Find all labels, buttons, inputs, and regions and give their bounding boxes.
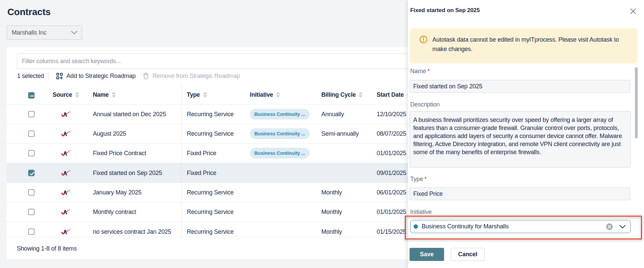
description-textarea[interactable]: A business firewall prioritizes security… <box>410 111 631 168</box>
row-checkbox[interactable] <box>28 131 35 137</box>
contract-detail-drawer: Fixed started on Sep 2025 Autotask data … <box>408 0 644 268</box>
autotask-logo-icon <box>61 150 70 156</box>
cell-billing-cycle: Annually <box>321 110 344 118</box>
cell-type: Recurring Service <box>187 130 234 137</box>
cell-start-date: 06/01/2025 <box>377 189 406 196</box>
cell-type: Recurring Service <box>187 110 234 118</box>
cancel-button[interactable]: Cancel <box>451 248 485 261</box>
chevron-down-icon <box>71 31 77 35</box>
row-checkbox[interactable] <box>28 150 35 157</box>
name-label: Name* <box>410 68 430 75</box>
cell-start-date: 12/10/2025 <box>377 110 406 118</box>
trash-icon <box>143 73 149 79</box>
row-checkbox[interactable] <box>28 228 35 235</box>
sort-icon[interactable] <box>276 92 280 98</box>
cell-name: August 2025 <box>93 130 126 137</box>
required-asterisk: * <box>427 68 430 75</box>
drawer-scrollbar-thumb[interactable] <box>635 67 638 138</box>
cell-name: January May 2025 <box>93 189 142 196</box>
sort-icon[interactable] <box>112 92 116 98</box>
close-button[interactable] <box>628 6 638 16</box>
cell-type: Fixed Price <box>187 150 216 157</box>
cell-name: Annual started on Dec 2025 <box>93 110 166 118</box>
remove-from-roadmap-button[interactable]: Remove from Strategic Roadmap <box>143 73 240 80</box>
initiative-select-value: Business Continuity for Marshalls <box>422 223 606 230</box>
add-to-roadmap-label: Add to Strategic Roadmap <box>66 73 136 80</box>
column-header-billing-cycle[interactable]: Billing Cycle <box>321 91 363 98</box>
save-button[interactable]: Save <box>410 248 444 261</box>
frozen-column-divider <box>181 84 181 237</box>
sort-icon[interactable] <box>359 92 363 98</box>
name-input[interactable]: Fixed started on Sep 2025 <box>410 80 630 93</box>
warning-icon <box>420 36 427 43</box>
drawer-title: Fixed started on Sep 2025 <box>410 7 480 14</box>
cell-name: Fixed Price Contract <box>93 150 146 157</box>
initiative-chip[interactable]: Business Continuity ... <box>250 128 310 139</box>
row-checkbox[interactable] <box>28 209 35 215</box>
cell-type: Fixed Price <box>187 169 216 176</box>
cell-billing-cycle: Monthly <box>321 228 342 235</box>
clear-icon[interactable] <box>606 223 613 230</box>
grid-plus-icon <box>56 73 63 79</box>
table-toolbar: 1 selected Add to Strategic Roadmap Remo… <box>17 69 240 83</box>
autotask-logo-icon <box>61 111 70 117</box>
cell-start-date: 09/01/2025 <box>377 169 406 176</box>
type-label: Type* <box>410 175 427 183</box>
sort-icon[interactable] <box>75 92 79 98</box>
row-checkbox[interactable] <box>28 111 35 117</box>
cell-billing-cycle: Monthly <box>321 209 342 216</box>
autotask-logo-icon <box>61 189 70 195</box>
select-all-checkbox-box[interactable] <box>28 92 35 99</box>
cell-name: Monthly contract <box>93 209 136 216</box>
required-asterisk: * <box>424 176 427 182</box>
type-input[interactable]: Fixed Price <box>410 187 630 200</box>
warning-banner: Autotask data cannot be edited in myITpr… <box>410 28 638 63</box>
cell-billing-cycle: Semi-annually <box>321 130 359 137</box>
column-header-type[interactable]: Type <box>187 91 207 98</box>
company-select-value: Marshalls Inc <box>12 29 71 36</box>
chevron-down-icon[interactable] <box>619 225 626 229</box>
row-checkbox[interactable] <box>28 170 35 176</box>
toolbar-divider <box>48 72 48 80</box>
autotask-logo-icon <box>61 131 70 137</box>
select-all-checkbox[interactable] <box>28 92 35 98</box>
autotask-logo-icon <box>61 170 70 176</box>
cell-name: Fixed started on Sep 2025 <box>93 169 162 176</box>
cell-type: Recurring Service <box>187 228 234 235</box>
column-header-source[interactable]: Source <box>53 91 79 98</box>
row-checkbox[interactable] <box>28 189 35 196</box>
column-header-initiative[interactable]: Initiative <box>250 91 280 98</box>
cell-type: Recurring Service <box>187 189 234 196</box>
column-header-start-date[interactable]: Start Date <box>377 91 411 98</box>
remove-from-roadmap-label: Remove from Strategic Roadmap <box>152 73 240 80</box>
cell-start-date: 01/01/2025 <box>377 150 406 157</box>
autotask-logo-icon <box>61 209 70 215</box>
autotask-logo-icon <box>61 229 70 235</box>
filter-input[interactable] <box>17 53 423 69</box>
column-header-name[interactable]: Name <box>93 91 116 98</box>
add-to-roadmap-button[interactable]: Add to Strategic Roadmap <box>56 73 136 80</box>
initiative-chip[interactable]: Business Continuity ... <box>250 109 310 120</box>
table-footer: Showing 1-8 of 8 items <box>17 245 77 252</box>
cell-name: no services contract Jan 2025 <box>93 228 171 235</box>
cell-start-date: 01/15/2025 <box>377 228 406 235</box>
selected-count: 1 selected <box>17 73 44 80</box>
initiative-color-dot <box>414 224 418 229</box>
cell-type: Recurring Service <box>187 209 234 216</box>
company-select[interactable]: Marshalls Inc <box>7 26 82 40</box>
close-icon <box>630 8 636 14</box>
cell-start-date: 08/07/2025 <box>377 130 406 137</box>
page-title: Contracts <box>7 7 51 17</box>
cell-start-date: 01/01/2025 <box>377 209 406 216</box>
cell-billing-cycle: Monthly <box>321 189 342 196</box>
initiative-select[interactable]: Business Continuity for Marshalls <box>410 220 631 233</box>
description-label: Description <box>410 101 440 108</box>
warning-text: Autotask data cannot be edited in myITpr… <box>427 28 629 63</box>
initiative-chip[interactable]: Business Continuity ... <box>250 148 310 159</box>
initiative-label: Initiative <box>410 208 432 216</box>
sort-icon[interactable] <box>203 92 207 98</box>
